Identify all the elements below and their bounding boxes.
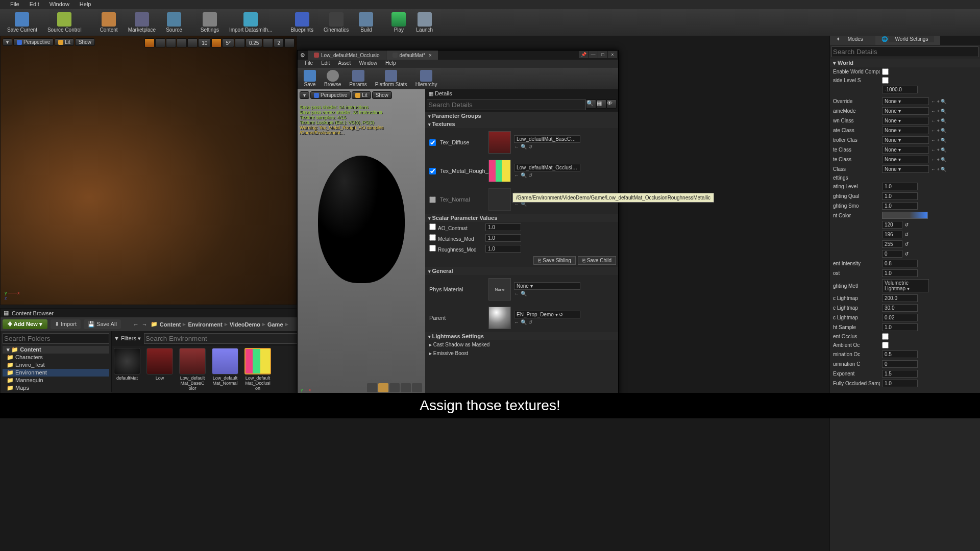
main-viewport[interactable]: ▾ Perspective Lit Show 10 5° 0.25 2 y ——…	[0, 36, 297, 305]
save-child-button[interactable]: ⎘ Save Child	[578, 256, 616, 265]
checkbox[interactable]	[882, 333, 889, 340]
color-component-value[interactable]: 196	[882, 231, 902, 238]
toolbar-cinematics[interactable]: Cinematics	[318, 11, 354, 34]
roughness-mod-value[interactable]: 1.0	[485, 245, 521, 253]
toolbar-marketplace[interactable]: Marketplace	[123, 11, 161, 34]
toolbar-save-current[interactable]: Save Current	[2, 11, 42, 34]
class-dropdown[interactable]: None ▾	[882, 117, 929, 124]
preview-plane-icon[interactable]	[389, 383, 400, 392]
numeric-value[interactable]: 0.02	[882, 314, 918, 321]
angle-snap-value[interactable]: 5°	[222, 38, 234, 47]
viewport-perspective-button[interactable]: Perspective	[13, 38, 54, 46]
import-button[interactable]: ⬇ Import	[51, 319, 81, 329]
cast-shadow-masked-row[interactable]: ▸ Cast Shadow as Masked	[429, 342, 489, 347]
numeric-value[interactable]: 1.0	[882, 202, 918, 210]
parent-thumbnail[interactable]	[488, 307, 511, 329]
numeric-value[interactable]: 1.0	[882, 380, 918, 387]
grid-snap-icon[interactable]	[187, 38, 198, 47]
color-swatch[interactable]	[882, 212, 928, 219]
asset-Low_defaultMat_Occlusion[interactable]: Low_defaultMat_Occlusion	[244, 348, 271, 391]
bc-environment[interactable]: Environment	[188, 321, 222, 328]
world-section-header[interactable]: ▾ World	[830, 59, 980, 67]
material-preview-viewport[interactable]: ▾ Perspective Lit Show Base pass shader:…	[298, 89, 425, 395]
general-header[interactable]: General	[425, 267, 618, 275]
use-browser-icon[interactable]: ←	[514, 291, 519, 296]
window-close-icon[interactable]: ×	[608, 51, 617, 58]
mat-menu-edit[interactable]: Edit	[317, 60, 334, 68]
preview-cube-icon[interactable]	[401, 383, 411, 392]
mat-menu-file[interactable]: File	[301, 60, 317, 68]
maximize-viewport-icon[interactable]	[284, 38, 295, 47]
window-pin-icon[interactable]: 📌	[579, 51, 588, 58]
tree-enviro-test[interactable]: 📁 Enviro_Test	[3, 361, 109, 369]
checkbox[interactable]	[882, 342, 889, 348]
menu-edit[interactable]: Edit	[24, 0, 44, 9]
override-dropdown[interactable]: None ▾	[882, 97, 929, 105]
bc-content[interactable]: Content	[160, 321, 181, 328]
mat-menu-window[interactable]: Window	[355, 60, 381, 68]
tex-diffuse-checkbox[interactable]	[429, 139, 436, 146]
enable-compositing-checkbox[interactable]	[882, 68, 889, 75]
mat-hierarchy-button[interactable]: Hierarchy	[411, 69, 442, 88]
asset-Low_defaultMat_Normal[interactable]: Low_defaultMat_Normal	[212, 348, 238, 386]
reset-icon[interactable]: ↺	[528, 144, 532, 149]
tree-mannequin[interactable]: 📁 Mannequin	[3, 377, 109, 384]
class-dropdown[interactable]: None ▾	[882, 165, 929, 173]
bc-videodemo[interactable]: VideoDemo	[230, 321, 260, 328]
find-in-browser-icon[interactable]: 🔍	[521, 319, 527, 325]
history-forward-icon[interactable]: →	[142, 321, 148, 328]
bc-game[interactable]: Game	[267, 321, 283, 328]
numeric-value[interactable]: 200.0	[882, 294, 918, 302]
camera-speed-value[interactable]: 2	[274, 38, 284, 47]
camera-speed-icon[interactable]	[263, 38, 273, 47]
gizmo-scale-icon[interactable]	[177, 38, 187, 47]
dropdown-value[interactable]: Volumetric Lightmap ▾	[882, 279, 929, 292]
folder-icon[interactable]: 📁	[151, 321, 158, 328]
preview-mesh-icon[interactable]	[412, 383, 422, 392]
numeric-value[interactable]: 0.5	[882, 350, 918, 358]
numeric-value[interactable]: 30.0	[882, 304, 918, 312]
mat-browse-button[interactable]: Browse	[320, 69, 345, 88]
class-dropdown[interactable]: None ▾	[882, 146, 929, 154]
side-level-checkbox[interactable]	[882, 77, 889, 84]
numeric-value[interactable]: 1.0	[882, 183, 918, 190]
preview-cylinder-icon[interactable]	[367, 383, 377, 392]
details-search-input[interactable]	[427, 99, 586, 110]
viewport-show-button[interactable]: Show	[75, 38, 95, 46]
use-browser-icon[interactable]: ←	[514, 172, 519, 178]
numeric-value[interactable]: 1.0	[882, 323, 918, 331]
tab-defaultmat[interactable]: defaultMat* ×	[386, 51, 438, 60]
find-in-browser-icon[interactable]: 🔍	[521, 144, 527, 149]
toolbar-play[interactable]: Play	[386, 11, 411, 34]
tree-environment[interactable]: 📁 Environment	[3, 369, 109, 377]
toolbar-import-datasmith[interactable]: Import Datasmith...	[224, 11, 277, 34]
find-in-browser-icon[interactable]: 🔍	[521, 172, 527, 178]
toolbar-content[interactable]: Content	[95, 11, 123, 34]
gizmo-select-icon[interactable]	[144, 38, 155, 47]
angle-snap-icon[interactable]	[211, 38, 222, 47]
numeric-value[interactable]: 1.0	[882, 269, 918, 277]
tree-content[interactable]: ▾ 📁 Content	[3, 346, 109, 354]
scale-snap-value[interactable]: 0.25	[246, 38, 262, 47]
class-dropdown[interactable]: None ▾	[882, 107, 929, 115]
toolbar-launch[interactable]: Launch	[411, 11, 438, 34]
scale-snap-icon[interactable]	[235, 38, 245, 47]
tex-normal-checkbox[interactable]	[429, 196, 436, 203]
preview-lit-button[interactable]: Lit	[352, 91, 371, 99]
scalar-values-header[interactable]: Scalar Parameter Values	[425, 214, 618, 222]
asset-Low_defaultMat_BaseColor[interactable]: Low_defaultMat_BaseColor	[179, 348, 206, 391]
tab-world-settings[interactable]: 🌐 World Settings	[875, 36, 941, 45]
menu-file[interactable]: File	[5, 0, 24, 9]
save-sibling-button[interactable]: ⎘ Save Sibling	[533, 256, 575, 265]
mat-platform-stats-button[interactable]: Platform Stats	[371, 69, 411, 88]
numeric-value[interactable]: 1.0	[882, 192, 918, 200]
color-component-value[interactable]: 0	[882, 250, 902, 258]
ao-contrast-value[interactable]: 1.0	[485, 223, 521, 231]
neg-1000-value[interactable]: -1000.0	[882, 86, 918, 93]
parent-dropdown[interactable]: EN_Prop_Demo ▾ ↺	[514, 311, 580, 318]
class-dropdown[interactable]: None ▾	[882, 127, 929, 134]
class-dropdown[interactable]: None ▾	[882, 136, 929, 144]
preview-menu-button[interactable]: ▾	[300, 91, 309, 99]
mat-save-button[interactable]: Save	[300, 69, 320, 88]
window-minimize-icon[interactable]: —	[589, 51, 598, 58]
